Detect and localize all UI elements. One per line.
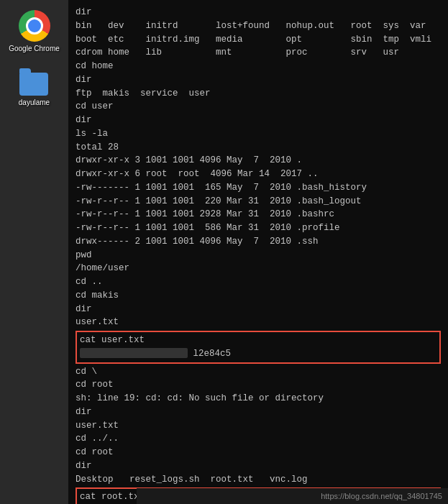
desktop-sidebar: Google Chrome dayulame xyxy=(0,0,68,504)
folder-label: dayulame xyxy=(19,98,50,106)
term-after-1: cd \ xyxy=(76,365,441,379)
term-line-21: cd .. xyxy=(76,275,441,289)
term-line-22: cd makis xyxy=(76,289,441,303)
term-after-7: cd root xyxy=(76,446,441,459)
term-line-15: -rw-r--r-- 1 1001 1001 220 Mar 31 2010 .… xyxy=(76,195,441,209)
term-after-5: user.txt xyxy=(76,419,441,433)
cat-user-highlight: cat user.txt l2e84c5 xyxy=(76,331,441,364)
cat-root-cmd-text: cat root.txt xyxy=(80,492,145,502)
term-line-19: pwd xyxy=(76,249,441,262)
term-line-1: dir xyxy=(76,6,441,19)
term-after-8: dir xyxy=(76,459,441,473)
chrome-desktop-icon[interactable]: Google Chrome xyxy=(6,7,63,55)
term-line-17: -rw-r--r-- 1 1001 1001 586 Mar 31 2010 .… xyxy=(76,221,441,235)
term-line-5: cd home xyxy=(76,60,441,73)
cat-user-command: cat user.txt xyxy=(80,334,436,347)
term-after-4: dir xyxy=(76,406,441,419)
term-line-23: dir xyxy=(76,303,441,316)
cat-user-output: l2e84c5 xyxy=(80,347,436,361)
term-line-2: bin dev initrd lost+found nohup.out root… xyxy=(76,19,441,33)
term-line-3: boot etc initrd.img media opt sbin tmp v… xyxy=(76,33,441,47)
term-line-20: /home/user xyxy=(76,262,441,275)
folder-desktop-icon[interactable]: dayulame xyxy=(16,70,52,109)
term-line-14: -rw------- 1 1001 1001 165 May 7 2010 .b… xyxy=(76,181,441,195)
term-line-7: ftp makis service user xyxy=(76,87,441,101)
status-bar: https://blog.csdn.net/qq_34801745 xyxy=(137,488,448,504)
term-line-9: dir xyxy=(76,114,441,127)
term-after-3: sh: line 19: cd: cd: No such file or dir… xyxy=(76,392,441,406)
term-line-13: drwxr-xr-x 6 root root 4096 Mar 14 2017 … xyxy=(76,168,441,181)
cat-user-redacted xyxy=(80,348,188,358)
cat-user-cmd-text: cat user.txt xyxy=(80,335,145,345)
cat-user-hash: l2e84c5 xyxy=(193,349,232,359)
chrome-label: Google Chrome xyxy=(9,45,60,52)
term-line-11: total 28 xyxy=(76,141,441,155)
term-after-9: Desktop reset_logs.sh root.txt vnc.log xyxy=(76,473,441,487)
term-line-24: user.txt xyxy=(76,316,441,329)
term-line-16: -rw-r--r-- 1 1001 1001 2928 Mar 31 2010 … xyxy=(76,208,441,221)
term-after-6: cd ../.. xyxy=(76,432,441,446)
term-line-12: drwxr-xr-x 3 1001 1001 4096 May 7 2010 . xyxy=(76,154,441,168)
term-line-4: cdrom home lib mnt proc srv usr xyxy=(76,46,441,60)
term-line-10: ls -la xyxy=(76,127,441,141)
term-line-18: drwx------ 2 1001 1001 4096 May 7 2010 .… xyxy=(76,235,441,249)
status-url: https://blog.csdn.net/qq_34801745 xyxy=(321,490,442,503)
folder-icon xyxy=(19,73,48,96)
terminal-window[interactable]: dir bin dev initrd lost+found nohup.out … xyxy=(68,0,448,504)
term-after-2: cd root xyxy=(76,378,441,392)
chrome-icon xyxy=(19,10,50,42)
term-line-8: cd user xyxy=(76,100,441,114)
term-line-6: dir xyxy=(76,73,441,87)
